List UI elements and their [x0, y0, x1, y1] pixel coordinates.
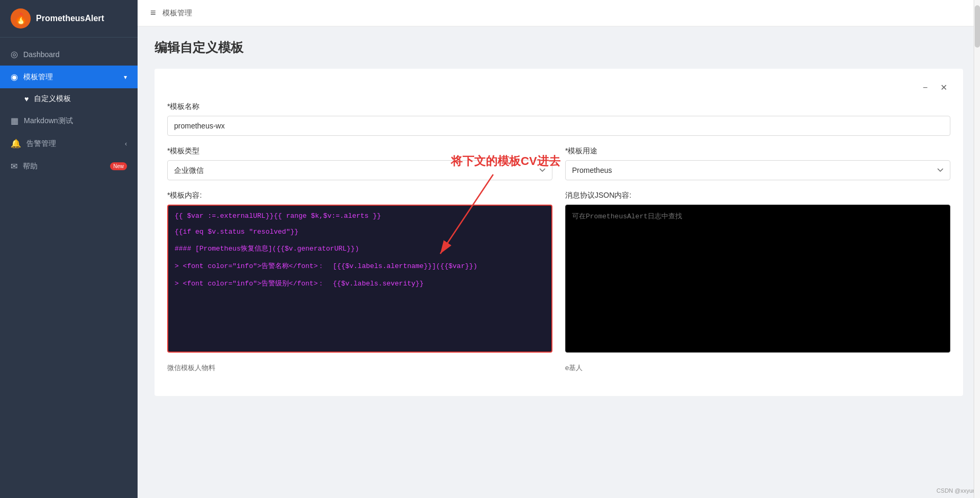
sidebar: 🔥 PrometheusAlert ◎ Dashboard ◉ 模板管理 ▾ ♥…: [0, 0, 138, 498]
logo-icon: 🔥: [11, 8, 31, 29]
heart-icon: ♥: [24, 95, 29, 103]
main-area: ≡ 模板管理 编辑自定义模板 − ✕ *模板名称 将下文的模板CV进去: [138, 0, 980, 498]
chevron-down-icon: ▾: [124, 73, 127, 81]
bell-icon: 🔔: [11, 139, 21, 149]
template-usage-label: *模板用途: [565, 146, 950, 156]
sidebar-label-alert-mgmt: 告警管理: [26, 139, 56, 149]
mail-icon: ✉: [11, 161, 17, 171]
template-name-input[interactable]: [167, 116, 950, 136]
template-name-row: *模板名称: [167, 102, 950, 136]
logo-text: PrometheusAlert: [36, 14, 104, 23]
topbar-breadcrumb: 模板管理: [162, 8, 192, 18]
chevron-left-icon: ‹: [125, 140, 127, 147]
template-content-label: *模板内容:: [167, 191, 552, 200]
minimize-button[interactable]: −: [920, 81, 931, 94]
template-type-label: *模板类型: [167, 146, 552, 156]
template-name-label: *模板名称: [167, 102, 950, 112]
markdown-icon: ▦: [11, 116, 19, 126]
template-type-row: *模板类型 企业微信 钉钉 飞书 Slack 邮件 *模板用途 Promethe…: [167, 146, 950, 180]
sidebar-nav: ◎ Dashboard ◉ 模板管理 ▾ ♥ 自定义模板 ▦ Markdown测…: [0, 38, 138, 498]
template-icon: ◉: [11, 72, 18, 82]
sidebar-item-alert-mgmt[interactable]: 🔔 告警管理 ‹: [0, 132, 138, 155]
form-card: − ✕ *模板名称 将下文的模板CV进去: [155, 69, 963, 396]
template-content-group: *模板内容: {{ $var :=.externalURL}}{{ range …: [167, 191, 552, 353]
sidebar-label-dashboard: Dashboard: [23, 50, 60, 59]
bottom-label-left: 微信模板人物料: [167, 363, 552, 373]
bottom-labels-row: 微信模板人物料 e基人: [167, 363, 950, 373]
json-content-group: 消息协议JSON内容:: [565, 191, 950, 353]
sidebar-item-custom-template[interactable]: ♥ 自定义模板: [0, 88, 138, 109]
scrollbar-thumb[interactable]: [975, 5, 980, 48]
sidebar-logo: 🔥 PrometheusAlert: [0, 0, 138, 38]
json-content-label: 消息协议JSON内容:: [565, 191, 950, 200]
template-usage-group: *模板用途 Prometheus Zabbix Grafana 其他: [565, 146, 950, 180]
template-name-group: *模板名称: [167, 102, 950, 136]
sidebar-label-help: 帮助: [23, 162, 38, 171]
template-content-textarea[interactable]: {{ $var :=.externalURL}}{{ range $k,$v:=…: [167, 205, 552, 353]
new-badge: New: [110, 162, 127, 170]
dashboard-icon: ◎: [11, 49, 18, 59]
template-content-row: *模板内容: {{ $var :=.externalURL}}{{ range …: [167, 191, 950, 353]
sidebar-item-dashboard[interactable]: ◎ Dashboard: [0, 43, 138, 66]
hamburger-button[interactable]: ≡: [150, 7, 156, 19]
template-usage-select[interactable]: Prometheus Zabbix Grafana 其他: [565, 160, 950, 180]
sidebar-item-template-mgmt[interactable]: ◉ 模板管理 ▾: [0, 66, 138, 88]
sidebar-item-help[interactable]: ✉ 帮助 New: [0, 155, 138, 178]
sidebar-item-markdown-test[interactable]: ▦ Markdown测试: [0, 109, 138, 132]
page-title: 编辑自定义模板: [155, 39, 963, 56]
json-content-textarea[interactable]: [565, 205, 950, 353]
bottom-label-right: e基人: [565, 363, 950, 373]
topbar: ≡ 模板管理: [138, 0, 980, 26]
template-type-select[interactable]: 企业微信 钉钉 飞书 Slack 邮件: [167, 160, 552, 180]
csdn-watermark: CSDN @xxyun: [937, 487, 976, 494]
close-button[interactable]: ✕: [937, 81, 950, 94]
sidebar-label-custom-template: 自定义模板: [34, 94, 71, 104]
template-type-group: *模板类型 企业微信 钉钉 飞书 Slack 邮件: [167, 146, 552, 180]
card-close-bar: − ✕: [167, 81, 950, 94]
sidebar-label-markdown-test: Markdown测试: [24, 116, 73, 126]
scrollbar-track[interactable]: [974, 0, 980, 498]
page-content: 编辑自定义模板 − ✕ *模板名称 将下文的模板CV进去: [138, 26, 980, 498]
sidebar-label-template-mgmt: 模板管理: [23, 72, 53, 82]
